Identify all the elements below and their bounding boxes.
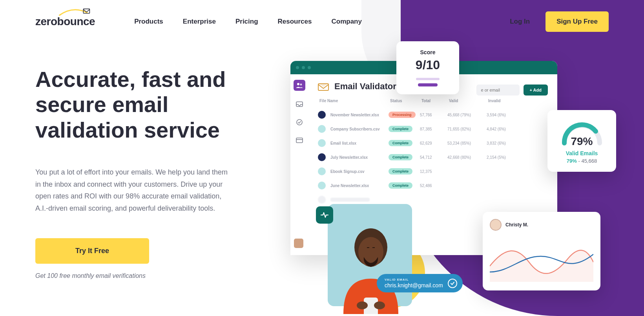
svg-rect-5 [296,138,303,143]
hero-body: You put a lot of effort into your emails… [35,166,232,214]
score-bar-fill [418,83,438,86]
table-row[interactable]: July Newsletter.xlsxComplete54,71242,668… [318,150,548,164]
table-row[interactable]: Company Subscribers.csvComplete87,38571,… [318,122,548,136]
chart-user-name: Christy M. [505,222,528,228]
sidebar-inbox-icon[interactable] [295,99,304,109]
svg-rect-10 [367,247,369,248]
sidebar [290,74,308,255]
person-illustration [332,228,408,314]
row-invalid: 3,594 (6%) [487,113,518,117]
nav-resources[interactable]: Resources [278,18,312,26]
nav-products[interactable]: Products [134,18,163,26]
svg-point-1 [297,83,299,85]
row-filename: Ebook Signup.csv [330,169,389,174]
hero-subtext: Get 100 free monthly email verifications [35,272,232,279]
row-dot-icon [318,153,326,161]
row-total: 52,486 [420,184,447,188]
sidebar-people-icon[interactable] [294,80,305,91]
valid-email-pill: VALID EMAIL chris.knight@gmail.com [377,274,463,292]
row-filename: July Newsletter.xlsx [330,155,389,160]
chart-card: Christy M. [483,212,600,290]
row-total: 87,385 [420,127,447,131]
pill-email: chris.knight@gmail.com [385,282,443,288]
row-status: Processing [389,112,420,118]
row-invalid: 4,842 (6%) [487,127,518,131]
svg-point-4 [297,119,302,125]
nav-enterprise[interactable]: Enterprise [183,18,216,26]
wave-chart-icon [490,235,593,282]
row-dot-icon [318,167,326,175]
row-valid: 71,655 (82%) [447,127,487,131]
table-row[interactable]: Ebook Signup.csvComplete12,375 [318,164,548,178]
table-row[interactable]: June Newsletter.xlsxComplete52,486 [318,178,548,193]
score-value: 9/10 [404,58,451,72]
col-filename: File Name [319,99,390,103]
row-total: 57,766 [420,113,447,117]
traffic-light-icon [302,66,305,69]
row-filename: Company Subscribers.csv [330,127,389,131]
row-status: Complete [389,168,420,175]
traffic-light-icon [296,66,299,69]
row-dot-icon [318,125,326,133]
gauge-card: 79% Valid Emails 79% - 45,668 [547,110,616,172]
nav-pricing[interactable]: Pricing [235,18,258,26]
panel-title: Email Validator [334,81,396,92]
header-actions: Log In Sign Up Free [510,11,609,32]
row-valid: 45,668 (79%) [447,113,487,117]
sidebar-check-icon[interactable] [295,118,304,127]
app-window: Email Validator + Add File Name Status T… [290,61,557,255]
row-total: 12,375 [420,169,447,174]
svg-point-15 [357,301,368,309]
nav-company[interactable]: Company [331,18,361,26]
primary-nav: Products Enterprise Pricing Resources Co… [134,18,510,26]
gauge-subtitle: 79% - 45,668 [555,158,609,164]
row-valid: 53,234 (85%) [447,141,487,145]
row-valid: 42,668 (80%) [447,155,487,160]
table-row[interactable]: Email list.xlsxComplete62,62953,234 (85%… [318,136,548,150]
row-filename: June Newsletter.xlsx [330,184,389,188]
site-header: zerobounce Products Enterprise Pricing R… [0,0,644,35]
row-total: 54,712 [420,155,447,160]
col-status: Status [390,99,421,103]
envelope-icon [318,82,329,91]
logo-swoosh-icon [57,8,92,18]
row-dot-icon [318,182,326,189]
svg-point-2 [300,84,302,86]
hero-headline: Accurate, fast and secure email validati… [35,67,232,143]
row-dot-icon [318,111,326,119]
add-button[interactable]: + Add [524,85,548,96]
row-invalid: 2,154 (5%) [487,155,518,160]
login-link[interactable]: Log In [510,18,530,26]
hero-section: Accurate, fast and secure email validati… [0,35,267,279]
activity-icon [316,206,333,224]
traffic-light-icon [308,66,311,69]
dashboard-mockup: Email Validator + Add File Name Status T… [290,61,557,255]
logo[interactable]: zerobounce [35,15,95,28]
score-label: Score [404,49,451,55]
svg-point-12 [349,287,365,314]
row-invalid: 3,832 (6%) [487,141,518,145]
cta-try-free[interactable]: Try It Free [35,238,149,264]
score-bar-bg [416,78,440,80]
row-status: Complete [389,126,420,132]
row-status: Complete [389,154,420,160]
sidebar-avatar[interactable] [294,239,303,248]
gauge-chart: 79% [558,119,606,147]
row-status: Complete [389,182,420,189]
search-input[interactable] [476,85,520,96]
row-status: Complete [389,140,420,146]
table-row[interactable]: November Newsletter.xlsxProcessing57,766… [318,108,548,122]
table-header: File Name Status Total Valid Invalid [318,99,548,103]
gauge-percent: 79% [558,135,606,148]
score-card: Score 9/10 [396,41,459,94]
row-total: 62,629 [420,141,447,145]
row-filename: Email list.xlsx [330,141,389,145]
svg-point-16 [374,301,385,309]
sidebar-card-icon[interactable] [295,136,304,145]
row-filename: November Newsletter.xlsx [330,113,389,117]
pill-label: VALID EMAIL [385,278,443,281]
avatar [490,219,502,231]
check-circle-icon [448,279,457,288]
signup-button[interactable]: Sign Up Free [545,11,609,32]
gauge-title: Valid Emails [555,150,609,156]
